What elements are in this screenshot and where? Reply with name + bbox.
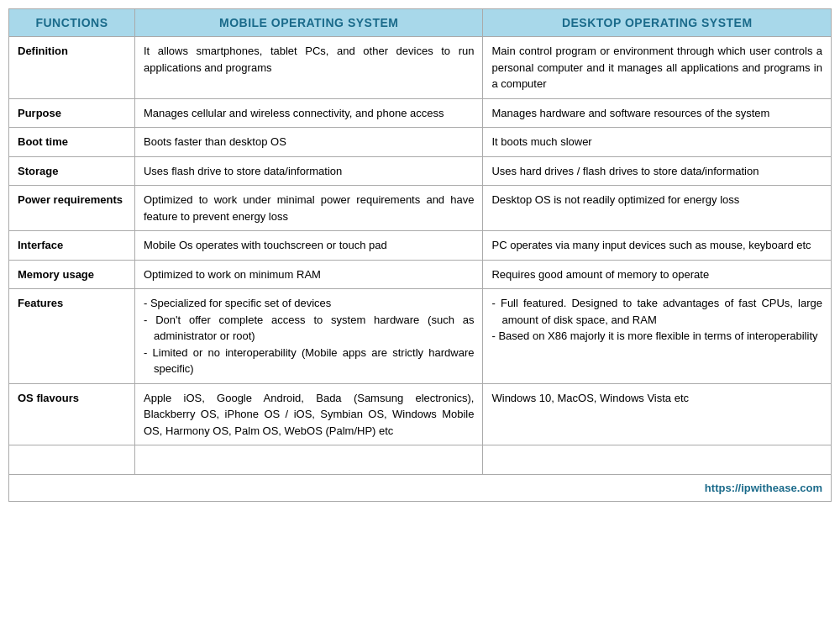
row-storage: Storage Uses flash drive to store data/i… [9,156,832,186]
mobile-interface: Mobile Os operates with touchscreen or t… [134,231,483,261]
mobile-features: Specialized for specific set of devicesD… [134,289,483,384]
row-purpose: Purpose Manages cellular and wireless co… [9,98,832,128]
func-definition: Definition [9,37,135,99]
row-definition: Definition It allows smartphones, tablet… [9,37,832,99]
desktop-boot-time: It boots much slower [483,128,832,157]
func-boot-time: Boot time [9,128,135,157]
desktop-os-flavours: Windows 10, MacOS, Windows Vista etc [483,383,832,445]
list-item: Based on X86 majorly it is more flexible… [491,328,822,345]
mobile-storage: Uses flash drive to store data/informati… [134,156,483,186]
desktop-power: Desktop OS is not readily optimized for … [483,186,832,231]
mobile-purpose: Manages cellular and wireless connectivi… [134,98,483,128]
comparison-table: FUNCTIONS MOBILE OPERATING SYSTEM DESKTO… [8,8,832,502]
func-storage: Storage [9,156,135,186]
list-item: Full featured. Designed to take advantag… [491,295,822,328]
desktop-features: Full featured. Designed to take advantag… [483,289,832,384]
func-power: Power requirements [9,186,135,231]
header-desktop-os: DESKTOP OPERATING SYSTEM [483,9,832,37]
func-memory: Memory usage [9,260,135,289]
func-purpose: Purpose [9,98,135,128]
list-item: Specialized for specific set of devices [144,295,475,312]
mobile-boot-time: Boots faster than desktop OS [134,128,483,157]
header-mobile-os: MOBILE OPERATING SYSTEM [134,9,483,37]
desktop-interface: PC operates via many input devices such … [483,231,832,261]
desktop-memory: Requires good amount of memory to operat… [483,260,832,289]
mobile-power: Optimized to work under minimal power re… [134,186,483,231]
row-power: Power requirements Optimized to work und… [9,186,832,231]
empty-cell-3 [483,445,832,475]
func-features: Features [9,289,135,384]
mobile-definition: It allows smartphones, tablet PCs, and o… [134,37,483,99]
row-boot-time: Boot time Boots faster than desktop OS I… [9,128,832,157]
empty-cell-2 [134,445,483,475]
footer-url[interactable]: https://ipwithease.com [9,474,832,502]
desktop-purpose: Manages hardware and software resources … [483,98,832,128]
row-empty [9,445,832,475]
desktop-definition: Main control program or environment thro… [483,37,832,99]
desktop-storage: Uses hard drives / flash drives to store… [483,156,832,186]
list-item: Don't offer complete access to system ha… [144,312,475,345]
row-os-flavours: OS flavours Apple iOS, Google Android, B… [9,383,832,445]
mobile-memory: Optimized to work on minimum RAM [134,260,483,289]
func-os-flavours: OS flavours [9,383,135,445]
row-interface: Interface Mobile Os operates with touchs… [9,231,832,261]
row-memory: Memory usage Optimized to work on minimu… [9,260,832,289]
footer-row: https://ipwithease.com [9,474,832,502]
func-interface: Interface [9,231,135,261]
empty-cell-1 [9,445,135,475]
header-functions: FUNCTIONS [9,9,135,37]
row-features: Features Specialized for specific set of… [9,289,832,384]
mobile-os-flavours: Apple iOS, Google Android, Bada (Samsung… [134,383,483,445]
list-item: Limited or no interoperability (Mobile a… [144,345,475,377]
